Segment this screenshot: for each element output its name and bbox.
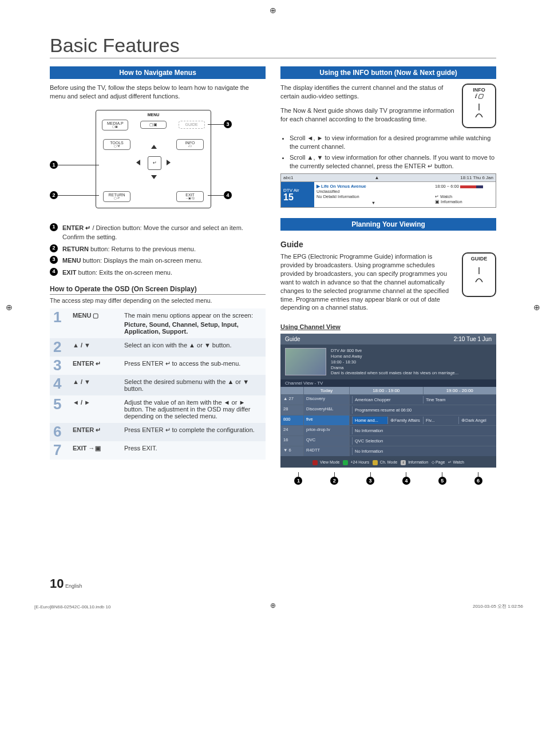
now-next-panel: abc1 ▲ 18:11 Thu 6 Jan DTV Air 15 ▶ Life… (280, 173, 496, 208)
guide-panel: Guide 2:10 Tue 1 Jun DTV Air 800 five Ho… (280, 334, 496, 468)
remote-guide-button: GUIDE (179, 121, 205, 129)
section-how-to-navigate: How to Navigate Menus (50, 66, 266, 79)
gp-hint: i Information (401, 460, 428, 465)
guide-row: 800fiveHome and... ⊕Family AffairsFiv...… (280, 415, 496, 425)
osd-steps-table: 1MENU ▢The main menu options appear on t… (50, 308, 266, 460)
gp-clock: 2:10 Tue 1 Jun (454, 336, 492, 342)
section-planning-viewing: Planning Your Viewing (280, 218, 496, 231)
footer-crop-mark: ⊕ (270, 601, 276, 609)
remote-menu-label: MENU (96, 113, 211, 117)
callout-3: 3 (224, 120, 232, 128)
footer-file: [E-Euro]BN68-02542C-00L10.indb 10 (34, 604, 110, 609)
guide-row: ▲ 27DiscoveryAmerican ChopperTine Team (280, 394, 496, 405)
info-bullet-2: Scroll ▲, ▼ to view information for othe… (290, 153, 496, 171)
guide-row: 24price-drop.tvNo Information (280, 425, 496, 436)
nn-channel-tile: DTV Air 15 (281, 182, 314, 207)
remote-return-button: RETURN▢ ↶ (103, 191, 130, 202)
step-row: 3ENTER ↵Press ENTER ↵ to access the sub-… (50, 357, 266, 375)
remote-legend: 1 ENTER ↵ / Direction button: Move the c… (50, 223, 266, 278)
guide-button-illustration: GUIDE (462, 252, 496, 297)
callout-4: 4 (224, 191, 232, 199)
remote-media-p-button: MEDIA.P▢▣ (102, 120, 128, 130)
osd-note: The access step may differ depending on … (50, 297, 266, 304)
guide-heading: Guide (280, 240, 496, 249)
gp-time-header: Today 18:00 - 19:00 19:00 - 20:00 (280, 387, 496, 394)
step-row: 4▲ / ▼Select the desired submenu with th… (50, 375, 266, 395)
guide-callout-6: 6 (474, 477, 482, 485)
gp-hint: View Mode (312, 460, 339, 465)
nn-time-actions: 18:00 ~ 6:00 ↵ Watch ▣ Information (433, 182, 496, 207)
remote-diagram: MENU MEDIA.P▢▣ ▢▣ GUIDE TOOLS▢ ⚒ INFO𝑖 ▢… (50, 106, 266, 215)
gp-programme-header: DTV Air 800 five Home and Away 18:00 - 1… (331, 348, 458, 376)
page-language: English (65, 583, 82, 589)
crop-mark-left: ⊕ (6, 303, 13, 312)
nn-arrow-up-icon: ▲ (374, 175, 379, 180)
guide-row: 28DiscoveryH&LProgrammes resume at 06:00 (280, 405, 496, 415)
legend-row-4: 4 EXIT button: Exits the on-screen menu. (50, 268, 266, 278)
gp-hint: Ch. Mode (373, 460, 397, 465)
gp-hint: ↵ Watch (448, 460, 464, 465)
nn-programme-info: ▶ Life On Venus Avenue Unclassified No D… (314, 182, 433, 207)
nn-channel-name: abc1 (283, 175, 293, 180)
guide-row: ▼ 6R4DTTNo Information (280, 446, 496, 456)
legend-row-1: 1 ENTER ↵ / Direction button: Move the c… (50, 223, 266, 242)
gp-hint: ◇ Page (432, 460, 445, 465)
guide-footer-callouts: 123456 (280, 472, 496, 485)
section-info-button: Using the INFO button (Now & Next guide) (280, 66, 496, 79)
callout-2: 2 (50, 191, 58, 199)
step-row: 5◄ / ►Adjust the value of an item with t… (50, 395, 266, 423)
guide-callout-5: 5 (438, 477, 446, 485)
gp-footer-hints: View Mode +24 Hours Ch. Modei Informatio… (280, 460, 496, 465)
crop-mark-right: ⊕ (533, 303, 540, 312)
guide-callout-2: 2 (330, 477, 338, 485)
remote-menu-button: ▢▣ (140, 121, 167, 129)
gp-subbar: Channel View - TV (280, 379, 496, 387)
osd-heading: How to Operate the OSD (On Screen Displa… (50, 285, 266, 295)
remote-enter-button: ↵ (148, 156, 161, 170)
remote-exit-button: EXIT→▣ ⓧ (176, 191, 204, 202)
legend-row-2: 2 RETURN button: Returns to the previous… (50, 244, 266, 254)
legend-row-3: 3 MENU button: Displays the main on-scre… (50, 256, 266, 266)
channel-view-heading: Using Channel View (280, 323, 496, 330)
guide-callout-1: 1 (294, 477, 302, 485)
guide-callout-4: 4 (402, 477, 410, 485)
step-row: 1MENU ▢The main menu options appear on t… (50, 308, 266, 338)
guide-row: 16QVCQVC Selection (280, 436, 496, 446)
step-row: 7EXIT →▣Press EXIT. (50, 441, 266, 460)
remote-tools-button: TOOLS▢ ⚒ (103, 139, 130, 150)
nn-arrow-down-icon: ▼ (316, 200, 430, 205)
remote-info-button: INFO𝑖 ▢ (176, 139, 204, 150)
gp-hint: +24 Hours (343, 460, 369, 465)
page-number: 10 (50, 576, 64, 591)
info-bullet-1: Scroll ◄, ► to view information for a de… (290, 134, 496, 151)
remote-dpad: ↵ (136, 145, 171, 179)
step-row: 2▲ / ▼Select an icon with the ▲ or ▼ but… (50, 338, 266, 357)
nn-clock: 18:11 Thu 6 Jan (460, 175, 493, 180)
step-row: 6ENTER ↵Press ENTER ↵ to complete the co… (50, 423, 266, 441)
intro-text: Before using the TV, follow the steps be… (50, 84, 266, 101)
gp-preview-thumb (285, 348, 326, 375)
page-title: Basic Features (50, 34, 496, 58)
info-button-illustration: INFO 𝑖 ▢ (462, 84, 496, 128)
info-bullets: Scroll ◄, ► to view information for a de… (290, 134, 496, 170)
footer-date: 2010-03-05 오전 1:02:56 (473, 603, 523, 609)
callout-1: 1 (50, 161, 58, 169)
guide-callout-3: 3 (366, 477, 374, 485)
gp-title-text: Guide (285, 336, 300, 342)
